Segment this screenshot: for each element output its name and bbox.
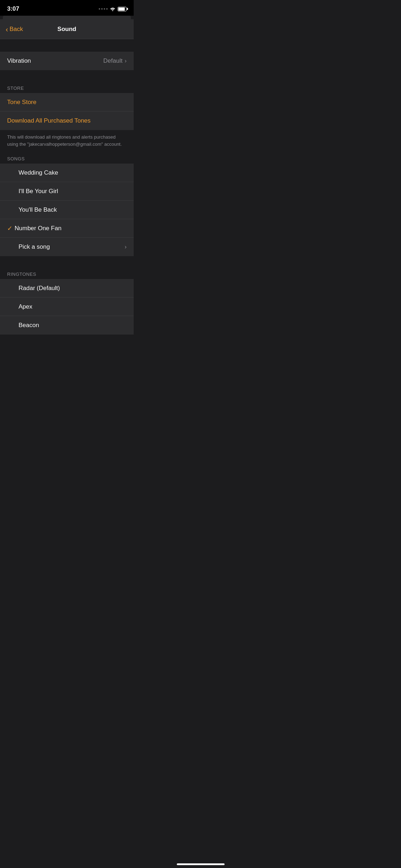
back-button[interactable]: ‹ Back <box>6 26 23 33</box>
download-tones-row[interactable]: Download All Purchased Tones <box>0 112 134 130</box>
ringtone-label-beacon: Beacon <box>19 322 39 329</box>
song-label-youll-be-back: You'll Be Back <box>19 206 57 213</box>
status-time: 3:07 <box>7 5 19 12</box>
song-row-pick-a-song[interactable]: Pick a song › <box>0 238 134 256</box>
ringtones-section-header: RINGTONES <box>0 269 134 279</box>
store-section: Tone Store Download All Purchased Tones <box>0 93 134 130</box>
ringtone-label-radar: Radar (Default) <box>19 285 60 292</box>
battery-icon <box>118 7 127 11</box>
ringtone-row-radar[interactable]: Radar (Default) <box>0 279 134 298</box>
vibration-section: Vibration Default › <box>0 52 134 70</box>
back-label: Back <box>10 26 23 33</box>
wifi-icon <box>110 7 115 11</box>
status-icons <box>99 7 127 11</box>
ringtone-label-apex: Apex <box>19 303 32 310</box>
checkmark-icon: ✓ <box>7 224 12 232</box>
ringtone-row-beacon[interactable]: Beacon <box>0 316 134 335</box>
download-tones-label: Download All Purchased Tones <box>7 117 91 124</box>
pick-song-chevron-icon: › <box>125 244 127 250</box>
song-label-number-one-fan: Number One Fan <box>15 225 61 232</box>
section-separator-ringtones <box>0 256 134 269</box>
store-description: This will download all ringtones and ale… <box>0 130 134 153</box>
vibration-label: Vibration <box>7 57 31 64</box>
tone-store-row[interactable]: Tone Store <box>0 93 134 112</box>
song-label-pick-a-song: Pick a song <box>19 243 50 250</box>
songs-section: Wedding Cake I'll Be Your Girl You'll Be… <box>0 164 134 256</box>
vibration-value: Default › <box>103 57 127 64</box>
vibration-row[interactable]: Vibration Default › <box>0 52 134 70</box>
section-separator-store <box>0 70 134 83</box>
tone-store-label: Tone Store <box>7 99 36 106</box>
store-section-header: STORE <box>0 83 134 93</box>
song-label-ill-be-your-girl: I'll Be Your Girl <box>19 188 58 195</box>
song-selected-row: ✓ Number One Fan <box>7 224 61 232</box>
song-row-number-one-fan[interactable]: ✓ Number One Fan <box>0 219 134 238</box>
back-chevron-icon: ‹ <box>6 26 8 33</box>
section-separator-top <box>0 39 134 52</box>
scroll-hint <box>3 16 131 19</box>
page-title: Sound <box>57 26 76 33</box>
song-row-youll-be-back[interactable]: You'll Be Back <box>0 201 134 219</box>
song-row-wedding-cake[interactable]: Wedding Cake <box>0 164 134 182</box>
signal-icon <box>99 8 108 10</box>
songs-section-header: SONGS <box>0 153 134 164</box>
nav-bar: ‹ Back Sound <box>0 19 134 39</box>
song-label-wedding-cake: Wedding Cake <box>19 169 58 176</box>
ringtones-section: Radar (Default) Apex Beacon <box>0 279 134 335</box>
status-bar: 3:07 <box>0 0 134 16</box>
ringtone-row-apex[interactable]: Apex <box>0 298 134 316</box>
song-row-ill-be-your-girl[interactable]: I'll Be Your Girl <box>0 182 134 201</box>
vibration-chevron-icon: › <box>125 58 127 64</box>
